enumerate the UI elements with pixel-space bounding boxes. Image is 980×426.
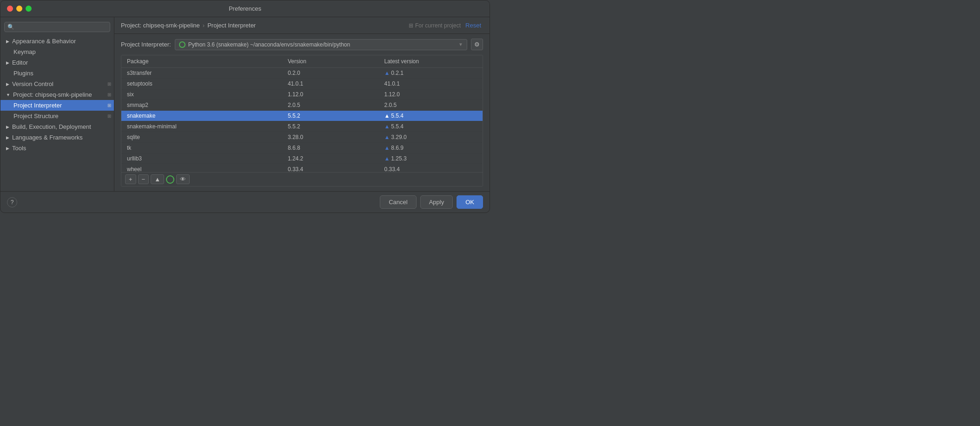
collapse-arrow-icon: ▶ <box>6 82 9 87</box>
add-package-button[interactable]: + <box>125 174 136 184</box>
cell-package: snakemake-minimal <box>125 123 286 130</box>
remove-package-button[interactable]: − <box>138 174 149 184</box>
sidebar-item-label: Project Structure <box>13 113 59 120</box>
cell-package: snakemake <box>125 112 286 120</box>
interpreter-select-inner: Python 3.6 (snakemake) ~/anaconda/envs/s… <box>179 41 456 48</box>
table-row[interactable]: urllib31.24.2▲1.25.3 <box>121 153 483 164</box>
panel-body: Project Interpreter: Python 3.6 (snakema… <box>114 34 490 191</box>
table-row[interactable]: tk8.6.8▲8.6.9 <box>121 143 483 153</box>
cell-latest: ▲5.5.4 <box>382 123 479 130</box>
page-icon: ⊞ <box>107 103 111 108</box>
table-row[interactable]: wheel0.33.40.33.4 <box>121 164 483 172</box>
reset-button[interactable]: Reset <box>464 22 483 29</box>
cell-package: setuptools <box>125 80 286 87</box>
sidebar-item-appearance-behavior[interactable]: ▶ Appearance & Behavior <box>0 36 114 47</box>
settings-gear-button[interactable]: ⚙ <box>471 39 483 50</box>
cell-version: 0.2.0 <box>286 69 383 77</box>
apply-button[interactable]: Apply <box>420 195 453 209</box>
sidebar-item-label: Version Control <box>12 80 53 87</box>
title-bar: Preferences <box>0 0 490 17</box>
table-row[interactable]: snakemake5.5.2▲5.5.4 <box>121 111 483 121</box>
table-body: s3transfer0.2.0▲0.2.1setuptools41.0.141.… <box>121 68 483 172</box>
cell-package: s3transfer <box>125 69 286 77</box>
cell-version: 5.5.2 <box>286 123 383 130</box>
upgrade-arrow-icon: ▲ <box>384 113 390 119</box>
interpreter-row: Project Interpreter: Python 3.6 (snakema… <box>121 39 483 50</box>
search-input[interactable] <box>17 24 107 30</box>
close-button[interactable] <box>7 6 13 12</box>
interpreter-value: Python 3.6 (snakemake) ~/anaconda/envs/s… <box>188 41 351 48</box>
cell-package: sqlite <box>125 133 286 141</box>
cell-latest: ▲1.25.3 <box>382 155 479 162</box>
sidebar-item-label: Editor <box>12 59 28 66</box>
cancel-button[interactable]: Cancel <box>380 195 416 209</box>
minimize-button[interactable] <box>16 6 22 12</box>
help-button[interactable]: ? <box>7 197 17 207</box>
ok-button[interactable]: OK <box>457 195 483 209</box>
sidebar-item-languages-frameworks[interactable]: ▶ Languages & Frameworks <box>0 132 114 143</box>
sidebar-item-label: Languages & Frameworks <box>12 134 83 141</box>
sidebar-item-build-execution[interactable]: ▶ Build, Execution, Deployment <box>0 121 114 132</box>
refresh-icon <box>166 175 174 184</box>
cell-package: wheel <box>125 166 286 172</box>
column-header-latest: Latest version <box>382 57 479 66</box>
table-row[interactable]: sqlite3.28.0▲3.29.0 <box>121 132 483 143</box>
upgrade-arrow-icon: ▲ <box>384 70 390 76</box>
interpreter-label: Project Interpreter: <box>121 41 171 48</box>
page-icon-small: ⊞ <box>409 22 413 29</box>
table-row[interactable]: six1.12.01.12.0 <box>121 89 483 100</box>
package-table: Package Version Latest version s3transfe… <box>121 55 483 186</box>
cell-package: six <box>125 91 286 98</box>
cell-latest: 0.33.4 <box>382 166 479 172</box>
breadcrumb: Project: chipseq-smk-pipeline › Project … <box>121 22 406 29</box>
sidebar-item-editor[interactable]: ▶ Editor <box>0 57 114 68</box>
table-row[interactable]: setuptools41.0.141.0.1 <box>121 79 483 89</box>
collapse-arrow-icon: ▶ <box>6 146 9 151</box>
cell-version: 3.28.0 <box>286 133 383 141</box>
right-panel: Project: chipseq-smk-pipeline › Project … <box>114 17 490 191</box>
table-row[interactable]: smmap22.0.52.0.5 <box>121 100 483 111</box>
cell-latest: 2.0.5 <box>382 101 479 109</box>
cell-version: 41.0.1 <box>286 80 383 87</box>
sidebar-item-tools[interactable]: ▶ Tools <box>0 143 114 153</box>
interpreter-select[interactable]: Python 3.6 (snakemake) ~/anaconda/envs/s… <box>175 39 467 50</box>
dialog-title: Preferences <box>229 5 261 12</box>
cell-latest: ▲8.6.9 <box>382 144 479 152</box>
sidebar-item-project-interpreter[interactable]: Project Interpreter ⊞ <box>0 100 114 111</box>
maximize-button[interactable] <box>26 6 32 12</box>
column-header-package: Package <box>125 57 286 66</box>
sidebar-item-label: Plugins <box>13 70 33 77</box>
upgrade-package-button[interactable]: ▲ <box>151 174 164 184</box>
collapse-arrow-icon: ▶ <box>6 60 9 65</box>
cell-package: smmap2 <box>125 101 286 109</box>
upgrade-arrow-icon: ▲ <box>384 123 390 130</box>
cell-version: 5.5.2 <box>286 112 383 120</box>
sidebar-item-project[interactable]: ▼ Project: chipseq-smk-pipeline ⊞ <box>0 89 114 100</box>
sidebar-item-keymap[interactable]: Keymap <box>0 47 114 57</box>
sidebar: 🔍 ▶ Appearance & Behavior Keymap ▶ Edito… <box>0 17 114 191</box>
page-icon: ⊞ <box>107 92 111 97</box>
table-row[interactable]: snakemake-minimal5.5.2▲5.5.4 <box>121 121 483 132</box>
collapse-arrow-icon: ▶ <box>6 125 9 129</box>
upgrade-arrow-icon: ▲ <box>384 155 390 162</box>
sidebar-item-version-control[interactable]: ▶ Version Control ⊞ <box>0 79 114 89</box>
sidebar-item-plugins[interactable]: Plugins <box>0 68 114 79</box>
cell-package: urllib3 <box>125 155 286 162</box>
show-package-details-button[interactable]: 👁 <box>176 174 190 184</box>
cell-latest: 1.12.0 <box>382 91 479 98</box>
collapse-arrow-icon: ▶ <box>6 39 9 44</box>
breadcrumb-project: Project: chipseq-smk-pipeline <box>121 22 200 29</box>
upgrade-arrow-icon: ▲ <box>384 145 390 151</box>
table-row[interactable]: s3transfer0.2.0▲0.2.1 <box>121 68 483 79</box>
cell-latest: ▲0.2.1 <box>382 69 479 77</box>
sidebar-item-project-structure[interactable]: Project Structure ⊞ <box>0 111 114 121</box>
search-box[interactable]: 🔍 <box>4 22 110 32</box>
cell-package: tk <box>125 144 286 152</box>
sidebar-item-label: Project Interpreter <box>13 102 62 109</box>
sidebar-item-label: Keymap <box>13 48 36 55</box>
column-header-version: Version <box>286 57 383 66</box>
page-icon: ⊞ <box>107 81 111 87</box>
preferences-dialog: Preferences 🔍 ▶ Appearance & Behavior Ke… <box>0 0 490 213</box>
upgrade-arrow-icon: ▲ <box>384 134 390 140</box>
cell-latest: ▲3.29.0 <box>382 133 479 141</box>
